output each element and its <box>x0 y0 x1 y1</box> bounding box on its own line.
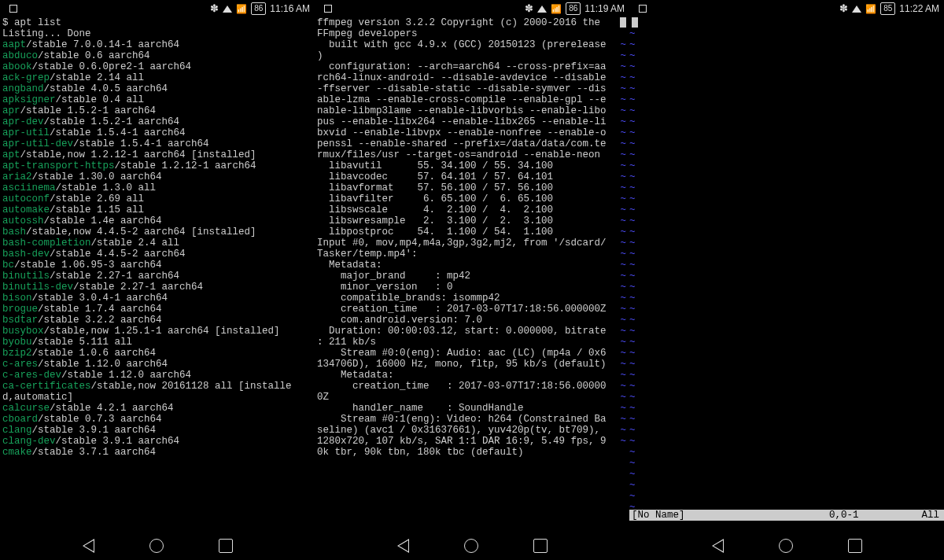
vim-tilde: ~ <box>629 403 636 414</box>
nav-recent-button[interactable] <box>219 539 233 553</box>
vim-tilde: ~ <box>629 260 636 271</box>
package-line: apksigner/stable 0.4 all <box>2 94 312 105</box>
vim-tilde: ~ <box>629 348 636 359</box>
signal-icon <box>236 3 247 14</box>
output-line: built with gcc 4.9.x (GCC) 20150123 (pre… <box>317 39 627 50</box>
vim-tilde: ~ <box>620 193 626 204</box>
vim-tilde: ~ <box>620 204 626 216</box>
output-line: Metadata: <box>317 370 627 381</box>
vim-tilde: ~ <box>620 238 626 249</box>
signal-icon <box>551 3 562 14</box>
package-name: angband <box>2 83 44 94</box>
wifi-icon <box>223 6 232 13</box>
vim-tilde: ~ <box>620 326 626 337</box>
notification-icon <box>9 5 17 13</box>
vim-tilde: ~ <box>620 149 626 160</box>
package-line: autossh/stable 1.4e aarch64 <box>2 216 312 227</box>
vim-tilde: ~ <box>620 381 626 392</box>
package-version: /stable 0.7.3 aarch64 <box>38 414 162 425</box>
vim-tilde: ~ <box>629 392 636 403</box>
vim-tilde: ~ <box>629 28 636 39</box>
nav-home-button[interactable] <box>149 539 164 553</box>
output-line: rch64-linux-android- --disable-avdevice … <box>317 72 627 83</box>
vim-tilde: ~ <box>629 182 636 193</box>
nav-home-button[interactable] <box>464 539 478 553</box>
terminal-col-2[interactable]: ffmpeg version 3.2.2 Copyright (c) 2000-… <box>315 17 629 532</box>
package-line: bash-completion/stable 2.4 all <box>2 238 312 249</box>
vim-tilde: ~ <box>629 149 636 160</box>
package-line: calcurse/stable 4.2.1 aarch64 <box>2 403 312 414</box>
vim-tilde: ~ <box>629 447 636 458</box>
vim-tilde: ~ <box>620 61 626 72</box>
package-name: apr <box>2 105 20 116</box>
package-line: bsdtar/stable 3.2.2 aarch64 <box>2 315 312 326</box>
nav-recent-button[interactable] <box>848 539 862 553</box>
package-name: abduco <box>2 50 38 61</box>
battery-icon: 85 <box>880 2 895 15</box>
package-version: /stable 1.5.4-1 aarch64 <box>50 127 186 138</box>
package-name: binutils-dev <box>2 282 73 293</box>
nav-back-button[interactable] <box>83 539 94 553</box>
package-line: apt-transport-https/stable 1.2.12-1 aarc… <box>2 160 312 171</box>
package-name: ack-grep <box>2 72 50 83</box>
status-bar-2: 86 11:19 AM <box>315 0 629 17</box>
package-name: apr-dev <box>2 116 44 127</box>
clock: 11:19 AM <box>584 3 625 14</box>
vim-tilde: ~ <box>620 105 626 116</box>
vim-tilde: ~ <box>620 249 626 260</box>
package-version: /stable 5.111 all <box>32 337 133 348</box>
terminal-col-3[interactable]: ~~~~~~~~~~~~~~~~~~~~~~~~~~~~~~~~~~~~~~~~… <box>629 17 944 532</box>
battery-icon: 86 <box>566 2 581 15</box>
output-line: rmux/files/usr --target-os=android --ena… <box>317 149 627 160</box>
output-line: libavcodec 57. 64.101 / 57. 64.101 <box>317 171 627 182</box>
vim-tilde: ~ <box>629 83 636 94</box>
package-line: d,automatic] <box>2 392 312 403</box>
package-name: apt <box>2 149 20 160</box>
package-version: /stable 1.5.2-1 aarch64 <box>44 116 180 127</box>
output-line: Input #0, mov,mp4,m4a,3gp,3g2,mj2, from … <box>317 238 627 249</box>
output-line: creation_time : 2017-03-07T17:18:56.0000… <box>317 381 627 392</box>
package-line: byobu/stable 5.111 all <box>2 337 312 348</box>
vim-tilde: ~ <box>620 348 626 359</box>
package-line: clang-dev/stable 3.9.1 aarch64 <box>2 436 312 447</box>
nav-back-button[interactable] <box>712 539 724 553</box>
terminal-cursor <box>620 17 626 28</box>
package-name: apr-util-dev <box>2 138 73 149</box>
package-version: /stable 3.2.2 aarch64 <box>38 315 162 326</box>
prompt-line: $ apt list <box>2 17 312 28</box>
vim-tilde: ~ <box>620 304 626 315</box>
package-line: bison/stable 3.0.4-1 aarch64 <box>2 293 312 304</box>
package-name: asciinema <box>2 182 56 193</box>
output-line: libavfilter 6. 65.100 / 6. 65.100 <box>317 193 627 204</box>
vim-cursor-pos: 0,0-1 <box>829 510 859 521</box>
output-line: -ffserver --disable-static --disable-sym… <box>317 83 627 94</box>
vim-tilde: ~ <box>629 138 636 149</box>
vim-tilde: ~ <box>620 39 626 50</box>
vim-tilde: ~ <box>620 182 626 193</box>
terminal-col-1[interactable]: $ apt listListing... Doneaapt/stable 7.0… <box>0 17 315 532</box>
vim-tilde: ~ <box>620 83 626 94</box>
output-line: major_brand : mp42 <box>317 271 627 282</box>
vim-tilde: ~ <box>620 392 626 403</box>
package-version: d,automatic] <box>2 392 73 403</box>
battery-icon: 86 <box>251 2 266 15</box>
nav-recent-button[interactable] <box>533 539 548 553</box>
nav-back-button[interactable] <box>397 539 409 553</box>
package-version: /stable 3.9.1 aarch64 <box>32 425 157 436</box>
vim-tilde: ~ <box>629 127 636 138</box>
output-line: nable-libmp3lame --enable-libvorbis --en… <box>317 105 627 116</box>
bluetooth-icon <box>525 3 533 14</box>
vim-tilde: ~ <box>620 403 626 414</box>
listing-line: Listing... Done <box>2 28 312 39</box>
package-version: /stable 1.06.95-3 aarch64 <box>14 260 162 271</box>
package-version: /stable 1.12.0 aarch64 <box>38 359 168 370</box>
package-line: ca-certificates/stable,now 20161128 all … <box>2 381 312 392</box>
vim-tilde: ~ <box>629 337 636 348</box>
package-version: /stable 3.9.1 aarch64 <box>56 436 180 447</box>
package-line: binutils/stable 2.27-1 aarch64 <box>2 271 312 282</box>
vim-tilde: ~ <box>620 359 626 370</box>
package-version: /stable 1.0.6 aarch64 <box>32 348 157 359</box>
package-line: angband/stable 4.0.5 aarch64 <box>2 83 312 94</box>
nav-home-button[interactable] <box>779 539 793 553</box>
android-nav-bar <box>0 532 944 560</box>
